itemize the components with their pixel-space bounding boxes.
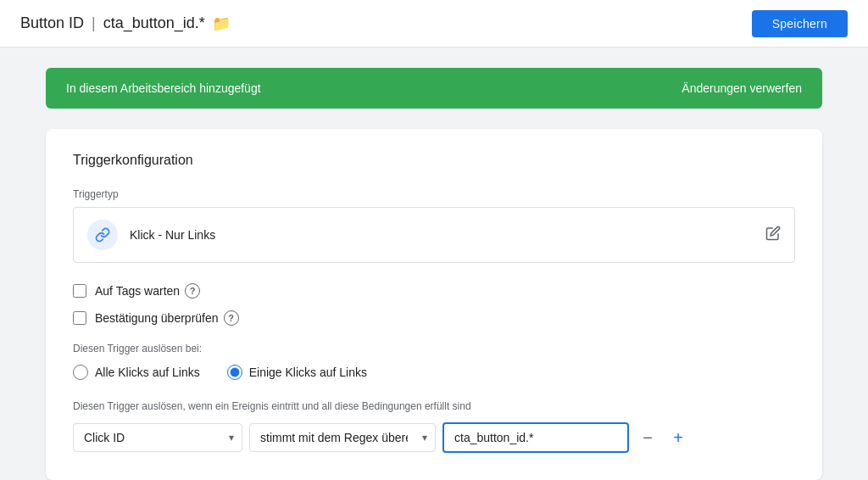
- banner-text: In diesem Arbeitsbereich hinzugefügt: [66, 81, 261, 95]
- notification-banner: In diesem Arbeitsbereich hinzugefügt Änd…: [46, 68, 822, 109]
- condition-row: Click ID ▾ stimmt mit dem Regex überein …: [73, 422, 795, 453]
- discard-changes-link[interactable]: Änderungen verwerfen: [682, 81, 802, 95]
- regex-dropdown-wrapper: stimmt mit dem Regex überein ▾: [249, 423, 436, 452]
- radio2-label: Einige Klicks auf Links: [249, 366, 367, 379]
- fire-trigger-label: Diesen Trigger auslösen bei:: [73, 343, 795, 354]
- title-separator: |: [92, 14, 100, 31]
- remove-condition-button[interactable]: −: [636, 426, 659, 449]
- help-icon-2[interactable]: ?: [224, 310, 239, 326]
- check-validation-label: Bestätigung überprüfen ?: [95, 310, 239, 326]
- radio1-label: Alle Klicks auf Links: [95, 366, 200, 379]
- check-validation-checkbox[interactable]: [73, 311, 86, 325]
- wait-for-tags-checkbox[interactable]: [73, 284, 86, 298]
- checkbox1-text: Auf Tags warten: [95, 284, 180, 298]
- radio-all-clicks[interactable]: Alle Klicks auf Links: [73, 365, 200, 380]
- condition-section-label: Diesen Trigger auslösen, wenn ein Ereign…: [73, 400, 795, 412]
- folder-icon[interactable]: 📁: [212, 14, 231, 33]
- click-id-dropdown-wrapper: Click ID ▾: [73, 423, 242, 452]
- regex-dropdown[interactable]: stimmt mit dem Regex überein: [249, 423, 436, 452]
- help-icon-1[interactable]: ?: [185, 283, 200, 299]
- trigger-type-left: Klick - Nur Links: [87, 220, 215, 250]
- trigger-icon-circle: [87, 220, 118, 250]
- main-content: In diesem Arbeitsbereich hinzugefügt Änd…: [19, 47, 849, 480]
- edit-icon[interactable]: [765, 226, 781, 245]
- radio-all-clicks-input[interactable]: [73, 365, 88, 380]
- radio-some-clicks-input[interactable]: [227, 365, 242, 380]
- top-bar-left: Button ID | cta_button_id.* 📁: [20, 14, 231, 33]
- trigger-type-name: Klick - Nur Links: [130, 228, 215, 242]
- checkbox2-text: Bestätigung überprüfen: [95, 311, 219, 325]
- trigger-type-label: Triggertyp: [73, 188, 795, 200]
- title-prefix: Button ID: [20, 14, 84, 31]
- card-title: Triggerkonfiguration: [73, 153, 795, 168]
- title-id: cta_button_id.*: [103, 14, 205, 31]
- condition-value-input[interactable]: [442, 422, 629, 453]
- check-validation-row: Bestätigung überprüfen ?: [73, 310, 795, 326]
- page-title: Button ID | cta_button_id.*: [20, 14, 205, 32]
- click-id-dropdown[interactable]: Click ID: [73, 423, 242, 452]
- wait-for-tags-row: Auf Tags warten ?: [73, 283, 795, 299]
- wait-for-tags-label: Auf Tags warten ?: [95, 283, 200, 299]
- add-condition-button[interactable]: +: [666, 426, 690, 449]
- trigger-type-box[interactable]: Klick - Nur Links: [73, 207, 795, 263]
- trigger-config-card: Triggerkonfiguration Triggertyp Klick - …: [46, 129, 822, 480]
- save-button[interactable]: Speichern: [752, 10, 848, 37]
- radio-group: Alle Klicks auf Links Einige Klicks auf …: [73, 365, 795, 380]
- radio-some-clicks[interactable]: Einige Klicks auf Links: [227, 365, 367, 380]
- top-bar: Button ID | cta_button_id.* 📁 Speichern: [0, 0, 868, 47]
